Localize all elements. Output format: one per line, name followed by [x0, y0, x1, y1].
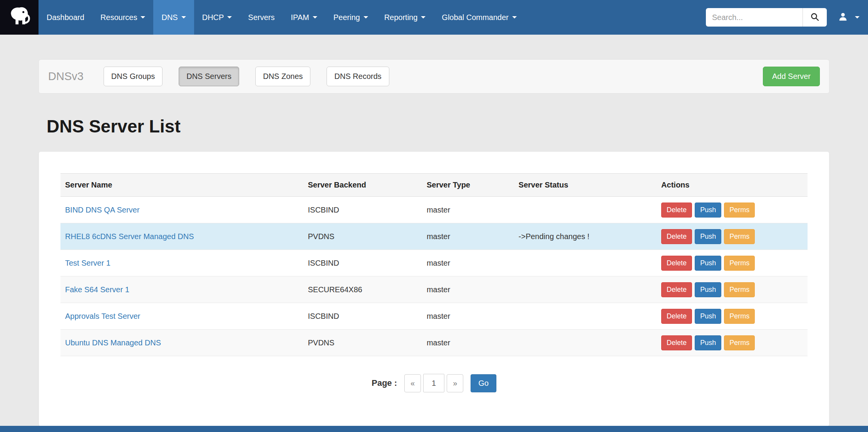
server-name-link[interactable]: RHEL8 6cDNS Server Managed DNS: [65, 232, 194, 241]
push-button[interactable]: Push: [695, 282, 721, 297]
nav-item-dashboard[interactable]: Dashboard: [39, 0, 92, 35]
nav-item-servers[interactable]: Servers: [240, 0, 283, 35]
chevron-down-icon: [227, 16, 232, 18]
actions-cell: DeletePushPerms: [657, 330, 808, 356]
delete-button[interactable]: Delete: [661, 256, 692, 271]
chevron-down-icon: [364, 16, 368, 18]
chevron-down-icon: [313, 16, 317, 18]
page-label: Page :: [372, 378, 397, 388]
server-name-link[interactable]: Approvals Test Server: [65, 312, 140, 320]
nav-item-ipam[interactable]: IPAM: [283, 0, 325, 35]
server-backend-cell: PVDNS: [303, 223, 422, 250]
table-row: Approvals Test ServerISCBINDmasterDelete…: [60, 303, 808, 330]
user-menu[interactable]: [835, 11, 862, 23]
server-name-link[interactable]: BIND DNS QA Server: [65, 206, 139, 214]
column-header-actions: Actions: [657, 174, 808, 197]
footer-bar: [0, 426, 868, 432]
tab-dns-groups[interactable]: DNS Groups: [104, 67, 163, 86]
column-header-server-status: Server Status: [514, 174, 657, 197]
nav-item-peering[interactable]: Peering: [325, 0, 376, 35]
server-backend-cell: SECURE64X86: [303, 276, 422, 303]
nav-items: DashboardResourcesDNSDHCPServersIPAMPeer…: [39, 0, 525, 35]
go-button[interactable]: Go: [471, 374, 496, 392]
server-name-cell: Test Server 1: [60, 250, 303, 276]
nav-item-label: Peering: [333, 13, 360, 22]
table-row: Test Server 1ISCBINDmasterDeletePushPerm…: [60, 250, 808, 276]
perms-button[interactable]: Perms: [724, 256, 755, 271]
previous-page-button[interactable]: «: [404, 374, 421, 392]
column-header-server-name: Server Name: [60, 174, 303, 197]
delete-button[interactable]: Delete: [661, 282, 692, 297]
nav-item-reporting[interactable]: Reporting: [376, 0, 434, 35]
nav-item-label: DHCP: [202, 13, 224, 22]
delete-button[interactable]: Delete: [661, 309, 692, 324]
mammoth-logo[interactable]: [0, 0, 39, 35]
table-header-row: Server NameServer BackendServer TypeServ…: [60, 174, 808, 197]
server-backend-cell: PVDNS: [303, 330, 422, 356]
page-number-input[interactable]: [423, 374, 444, 392]
server-table: Server NameServer BackendServer TypeServ…: [60, 173, 808, 356]
nav-item-label: IPAM: [291, 13, 309, 22]
column-header-server-type: Server Type: [422, 174, 514, 197]
perms-button[interactable]: Perms: [724, 335, 755, 350]
search-button[interactable]: [803, 8, 827, 27]
nav-item-global-commander[interactable]: Global Commander: [434, 0, 524, 35]
nav-item-label: Global Commander: [442, 13, 508, 22]
search-icon: [810, 12, 819, 23]
actions-cell: DeletePushPerms: [657, 250, 808, 276]
nav-item-dhcp[interactable]: DHCP: [194, 0, 240, 35]
tab-dns-servers[interactable]: DNS Servers: [179, 67, 239, 86]
server-status-cell: [514, 303, 657, 330]
table-body: BIND DNS QA ServerISCBINDmasterDeletePus…: [60, 197, 808, 356]
server-status-cell: [514, 276, 657, 303]
column-header-server-backend: Server Backend: [303, 174, 422, 197]
perms-button[interactable]: Perms: [724, 229, 755, 244]
delete-button[interactable]: Delete: [661, 335, 692, 350]
server-name-link[interactable]: Fake S64 Server 1: [65, 285, 129, 294]
push-button[interactable]: Push: [695, 256, 721, 271]
chevron-down-icon: [141, 16, 145, 18]
search-input[interactable]: [706, 8, 803, 27]
chevron-down-icon: [421, 16, 426, 18]
server-name-cell: BIND DNS QA Server: [60, 197, 303, 223]
server-status-cell: [514, 330, 657, 356]
server-name-link[interactable]: Test Server 1: [65, 259, 111, 267]
tab-dns-records[interactable]: DNS Records: [327, 67, 389, 86]
server-list-card: Server NameServer BackendServer TypeServ…: [39, 151, 829, 427]
perms-button[interactable]: Perms: [724, 282, 755, 297]
server-status-cell: ->Pending changes !: [514, 223, 657, 250]
pagination: Page : « » Go: [60, 374, 808, 392]
server-name-link[interactable]: Ubuntu DNS Managed DNS: [65, 338, 161, 347]
nav-item-label: Dashboard: [47, 13, 84, 22]
server-type-cell: master: [422, 197, 514, 223]
mammoth-logo-icon: [7, 5, 31, 30]
chevron-down-icon: [855, 16, 860, 18]
table-row: Ubuntu DNS Managed DNSPVDNSmasterDeleteP…: [60, 330, 808, 356]
actions-cell: DeletePushPerms: [657, 197, 808, 223]
delete-button[interactable]: Delete: [661, 229, 692, 244]
server-status-cell: [514, 197, 657, 223]
delete-button[interactable]: Delete: [661, 203, 692, 218]
server-name-cell: Fake S64 Server 1: [60, 276, 303, 303]
server-backend-cell: ISCBIND: [303, 250, 422, 276]
server-status-cell: [514, 250, 657, 276]
push-button[interactable]: Push: [695, 335, 721, 350]
server-type-cell: master: [422, 330, 514, 356]
dns-toolbar: DNSv3 DNS GroupsDNS ServersDNS ZonesDNS …: [39, 59, 829, 94]
push-button[interactable]: Push: [695, 203, 721, 218]
nav-item-label: Resources: [101, 13, 137, 22]
push-button[interactable]: Push: [695, 229, 721, 244]
nav-item-dns[interactable]: DNS: [153, 0, 194, 35]
table-row: RHEL8 6cDNS Server Managed DNSPVDNSmaste…: [60, 223, 808, 250]
perms-button[interactable]: Perms: [724, 309, 755, 324]
next-page-button[interactable]: »: [447, 374, 463, 392]
nav-item-resources[interactable]: Resources: [92, 0, 154, 35]
perms-button[interactable]: Perms: [724, 203, 755, 218]
navbar-right: [706, 0, 868, 35]
tab-dns-zones[interactable]: DNS Zones: [255, 67, 310, 86]
nav-item-label: Servers: [248, 13, 275, 22]
push-button[interactable]: Push: [695, 309, 721, 324]
search-group: [706, 8, 827, 27]
actions-cell: DeletePushPerms: [657, 303, 808, 330]
add-server-button[interactable]: Add Server: [763, 67, 820, 86]
